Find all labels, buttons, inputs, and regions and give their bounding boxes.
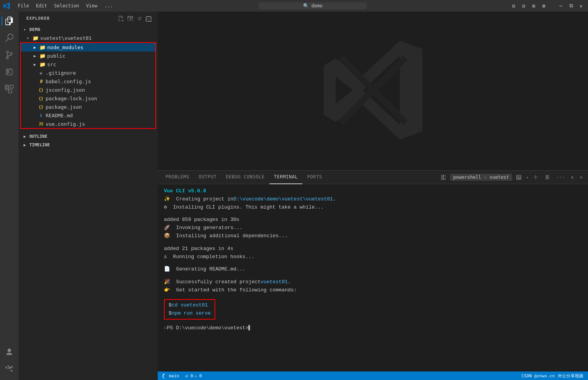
activity-run-debug[interactable] xyxy=(2,64,17,80)
status-sync[interactable]: ↺ 0 ⚠ 0 xyxy=(184,371,204,380)
terminal-line-vue-cli: Vue CLI v5.0.8 xyxy=(164,187,582,195)
panel: PROBLEMS OUTPUT DEBUG CONSOLE TERMINAL P… xyxy=(158,170,588,371)
menu-view[interactable]: View xyxy=(83,2,101,9)
prompt-text: PS D:\vuecode\demo\vuetest> xyxy=(167,324,249,332)
generating-text: 📄 Generating README.md... xyxy=(164,265,245,274)
terminal-blank-1 xyxy=(164,211,582,216)
babel-icon: B xyxy=(38,78,44,84)
cmd1-text: cd vuetest01 xyxy=(172,301,208,310)
channel-text: 外公分享视频 xyxy=(558,373,583,379)
title-search[interactable]: 🔍 demo xyxy=(259,2,367,9)
minimize-button[interactable]: ─ xyxy=(557,2,565,10)
terminal-blank-4 xyxy=(164,274,582,278)
panel-chevron-up[interactable]: ∧ xyxy=(569,174,576,181)
layout-toggle-icon[interactable]: ⊟ xyxy=(510,2,518,10)
vue-cli-text: Vue CLI v5.0.8 xyxy=(164,187,206,195)
tab-ports[interactable]: PORTS xyxy=(302,171,327,184)
added2-text: added 21 packages in 4s xyxy=(164,245,233,253)
refresh-button[interactable] xyxy=(135,14,144,23)
editor-area xyxy=(158,12,588,170)
terminal-content[interactable]: Vue CLI v5.0.8 ✨ Creating project in D:\… xyxy=(158,184,588,371)
terminal-name-label: powershell - vuetest xyxy=(450,174,512,181)
menu-selection[interactable]: Selection xyxy=(51,2,82,9)
activity-source-control[interactable] xyxy=(2,47,17,63)
sync-text: ↺ 0 xyxy=(186,373,193,378)
split-terminal-button[interactable] xyxy=(438,174,448,181)
tab-output[interactable]: OUTPUT xyxy=(194,171,221,184)
command-box: $ cd vuetest01 $ npm run serve xyxy=(164,299,215,320)
terminal-layout-button[interactable] xyxy=(514,174,524,181)
installing-text: ⚙️ Installing CLI plugins. This might ta… xyxy=(164,204,324,212)
folder-icon-src: 📁 xyxy=(39,61,46,67)
tab-debug-console[interactable]: DEBUG CONSOLE xyxy=(221,171,269,184)
folder-icon-public: 📁 xyxy=(39,53,46,59)
delete-terminal-button[interactable] xyxy=(542,174,552,181)
activity-extensions[interactable] xyxy=(2,81,17,97)
folder-icon-node-modules: 📁 xyxy=(39,44,46,50)
timeline-header[interactable]: ▶ TIMELINE xyxy=(19,140,158,149)
terminal-blank-5 xyxy=(164,294,582,298)
sidebar-header: EXPLORER xyxy=(19,12,158,25)
tree-root-demo[interactable]: ▾ DEMO xyxy=(19,25,158,34)
customize-layout-icon[interactable]: ⊠ xyxy=(540,2,548,10)
creating-path: D:\vuecode\demo\vuetest\vuetest01 xyxy=(233,195,333,204)
outline-section: ▶ OUTLINE xyxy=(19,132,158,140)
split-toggle-icon[interactable]: ⊞ xyxy=(530,2,538,10)
tree-item-package-lock[interactable]: {} package-lock.json xyxy=(21,94,155,103)
tree-item-gitignore[interactable]: ◈ .gitignore xyxy=(21,68,155,77)
terminal-blank-2 xyxy=(164,240,582,245)
outline-arrow: ▶ xyxy=(22,133,28,139)
menu-file[interactable]: File xyxy=(15,2,32,9)
tree-item-public[interactable]: ▶ 📁 public xyxy=(21,51,155,60)
tree-item-node-modules[interactable]: ▶ 📁 node_modules xyxy=(21,43,155,51)
panel-toggle-icon[interactable]: ⊡ xyxy=(520,2,528,10)
status-branch[interactable]: main xyxy=(161,371,181,380)
gitignore-icon: ◈ xyxy=(38,70,44,76)
running-text: ⚓ Running completion hooks... xyxy=(164,253,254,261)
activity-settings[interactable] xyxy=(2,361,17,377)
layout-chevron[interactable]: ▾ xyxy=(525,175,529,180)
activity-search[interactable] xyxy=(2,30,17,46)
restore-button[interactable]: ⧉ xyxy=(567,2,575,10)
tree-item-readme[interactable]: ℹ README.md xyxy=(21,111,155,120)
tree-item-src[interactable]: ▶ 📁 src xyxy=(21,60,155,68)
activity-bar-bottom xyxy=(2,344,17,380)
title-bar-left: File Edit Selection View ... xyxy=(3,2,116,9)
tab-terminal[interactable]: TERMINAL xyxy=(269,171,303,184)
menu-edit[interactable]: Edit xyxy=(33,2,50,9)
close-panel-button[interactable]: ✕ xyxy=(578,174,585,181)
status-csdn[interactable]: CSDN @znwx.cn xyxy=(520,371,556,380)
activity-explorer[interactable] xyxy=(2,13,17,29)
tree-label-readme: README.md xyxy=(46,113,73,118)
js-icon: JS xyxy=(38,121,44,127)
tree-item-vue-config[interactable]: JS vue.config.js xyxy=(21,120,155,128)
json-icon-package-lock: {} xyxy=(38,95,44,101)
tree-item-vuetest[interactable]: ▾ 📁 vuetest\vuetest01 xyxy=(19,34,158,42)
menu-more[interactable]: ... xyxy=(101,2,116,9)
activity-accounts[interactable] xyxy=(2,344,17,360)
new-file-button[interactable] xyxy=(117,14,125,23)
csdn-text: CSDN @znwx.cn xyxy=(522,373,555,378)
more-actions-button[interactable]: ··· xyxy=(554,174,567,181)
activity-bar xyxy=(0,12,19,380)
getstarted-text: 👉 Get started with the following command… xyxy=(164,286,297,294)
add-terminal-button[interactable] xyxy=(531,174,541,181)
close-button[interactable]: ✕ xyxy=(577,2,585,10)
creating-suffix: . xyxy=(333,195,336,204)
panel-tabs: PROBLEMS OUTPUT DEBUG CONSOLE TERMINAL P… xyxy=(158,171,588,184)
outline-header[interactable]: ▶ OUTLINE xyxy=(19,132,158,140)
status-channel[interactable]: 外公分享视频 xyxy=(556,371,585,380)
window-controls: ⊟ ⊡ ⊞ ⊠ ─ ⧉ ✕ xyxy=(510,2,585,10)
timeline-arrow: ▶ xyxy=(22,142,28,148)
tree-item-package-json[interactable]: {} package.json xyxy=(21,103,155,111)
outline-label: OUTLINE xyxy=(29,134,47,139)
tree-item-jsconfig[interactable]: {} jsconfig.json xyxy=(21,86,155,94)
new-folder-button[interactable] xyxy=(126,14,135,23)
terminal-line-running: ⚓ Running completion hooks... xyxy=(164,253,582,261)
tree-item-babel[interactable]: B babel.config.js xyxy=(21,77,155,86)
success-period: . xyxy=(288,278,291,286)
tree-root-label: DEMO xyxy=(29,27,41,32)
tab-problems[interactable]: PROBLEMS xyxy=(161,171,194,184)
collapse-button[interactable] xyxy=(145,14,153,23)
search-icon: 🔍 xyxy=(303,3,309,9)
